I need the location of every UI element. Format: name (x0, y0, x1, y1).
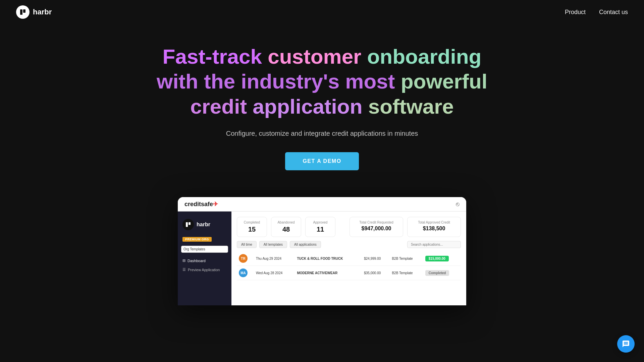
row-status-badge: $15,000.00 (425, 256, 449, 261)
row-badge: Completed (423, 266, 461, 280)
title-word-software: software (368, 95, 454, 118)
svg-rect-2 (186, 222, 188, 227)
title-word-onboarding: onboarding (367, 45, 481, 68)
stat-completed-label: Completed (243, 221, 261, 224)
sidebar-brand: harbr (178, 216, 231, 236)
row-date: Thu Aug 29 2024 (254, 251, 295, 266)
table-row: TR Thu Aug 29 2024 TUCK & ROLL FOOD TRUC… (237, 251, 461, 266)
row-avatar: MA (239, 268, 248, 277)
filters-row: All time All templates All applications (237, 241, 461, 248)
mockup-topbar: creditsafe✈ ⎋ (178, 197, 466, 212)
row-amount: $35,000.00 (362, 266, 390, 280)
stat-total-approved: Total Approved Credit $138,500 (407, 217, 461, 237)
search-applications-input[interactable] (407, 241, 461, 248)
hero-section: Fast-track customer onboarding with the … (0, 24, 644, 184)
filter-all-applications[interactable]: All applications (290, 241, 321, 248)
chat-button[interactable] (617, 335, 635, 353)
stat-approved: Approved 11 (305, 217, 335, 237)
navbar: harbr Product Contact us (0, 0, 644, 24)
row-status-badge: Completed (425, 270, 449, 276)
logo-icon (16, 5, 30, 19)
stat-total-credit-label: Total Credit Requested (355, 221, 397, 224)
nav-product[interactable]: Product (565, 9, 586, 16)
row-avatar-cell: TR (237, 251, 254, 266)
stat-total-credit-value: $947,000.00 (355, 226, 397, 232)
row-template: B2B Template (390, 251, 423, 266)
sidebar-item-preview-label: Preview Application (188, 268, 220, 272)
logout-icon[interactable]: ⎋ (456, 201, 460, 208)
mockup-body: harbr PREMIUM ORG Org Templates ⊟ Dashbo… (178, 212, 466, 305)
stat-completed-value: 15 (243, 226, 261, 233)
stat-abandoned-label: Abandoned (277, 221, 296, 224)
title-word-with: with the industry's most (157, 70, 401, 93)
stat-approved-label: Approved (311, 221, 330, 224)
sidebar-premium-badge: PREMIUM ORG (182, 237, 212, 242)
stat-total-approved-value: $138,500 (413, 226, 455, 232)
sidebar-item-preview[interactable]: ☰ Preview Application (178, 265, 231, 274)
title-word-powerful: powerful (401, 70, 487, 93)
title-word-fast-track: Fast-track (163, 45, 262, 68)
table-row: MA Wed Aug 28 2024 MODERNE ACTIVEWEAR $3… (237, 266, 461, 280)
row-template: B2B Template (390, 266, 423, 280)
filter-all-time[interactable]: All time (237, 241, 257, 248)
org-templates-select[interactable]: Org Templates (181, 246, 228, 253)
logo-area: harbr (16, 5, 52, 19)
hero-title: Fast-track customer onboarding with the … (16, 44, 628, 119)
dashboard-icon: ⊟ (182, 258, 185, 263)
sidebar-item-dashboard-label: Dashboard (187, 259, 206, 263)
mockup-wrapper: creditsafe✈ ⎋ harbr PREMIUM ORG (0, 184, 644, 305)
sidebar-brand-icon (182, 219, 194, 230)
mockup-outer: creditsafe✈ ⎋ harbr PREMIUM ORG (178, 197, 466, 305)
row-badge: $15,000.00 (423, 251, 461, 266)
hero-subtitle: Configure, customize and integrate credi… (16, 130, 628, 137)
nav-contact[interactable]: Contact us (599, 9, 628, 16)
stat-abandoned-value: 48 (277, 226, 296, 233)
cta-button[interactable]: GET A DEMO (285, 152, 359, 170)
svg-rect-1 (23, 9, 25, 13)
mockup-main: Completed 15 Abandoned 48 Approved 11 To… (231, 212, 466, 305)
stat-completed: Completed 15 (237, 217, 267, 237)
row-date: Wed Aug 28 2024 (254, 266, 295, 280)
stat-abandoned: Abandoned 48 (271, 217, 301, 237)
sidebar-brand-name: harbr (197, 222, 210, 228)
row-amount: $24,999.00 (362, 251, 390, 266)
row-company: TUCK & ROLL FOOD TRUCK (295, 251, 362, 266)
svg-rect-0 (20, 9, 22, 15)
preview-icon: ☰ (182, 267, 186, 272)
logo-text: harbr (33, 8, 52, 16)
row-avatar: TR (239, 254, 248, 263)
mockup-sidebar: harbr PREMIUM ORG Org Templates ⊟ Dashbo… (178, 212, 231, 305)
svg-rect-3 (189, 222, 191, 225)
creditsafe-logo: creditsafe✈ (184, 200, 218, 208)
filter-all-templates[interactable]: All templates (259, 241, 287, 248)
sidebar-item-dashboard[interactable]: ⊟ Dashboard (178, 256, 231, 265)
stats-row: Completed 15 Abandoned 48 Approved 11 To… (237, 217, 461, 237)
row-avatar-cell: MA (237, 266, 254, 280)
stat-approved-value: 11 (311, 226, 330, 233)
applications-table: TR Thu Aug 29 2024 TUCK & ROLL FOOD TRUC… (237, 251, 461, 280)
title-word-customer: customer (268, 45, 361, 68)
row-company: MODERNE ACTIVEWEAR (295, 266, 362, 280)
title-word-credit: credit (190, 95, 253, 118)
stat-total-credit: Total Credit Requested $947,000.00 (350, 217, 403, 237)
stat-total-approved-label: Total Approved Credit (413, 221, 455, 224)
nav-links: Product Contact us (565, 9, 628, 16)
title-word-application: application (253, 95, 368, 118)
creditsafe-symbol: ✈ (213, 201, 218, 207)
